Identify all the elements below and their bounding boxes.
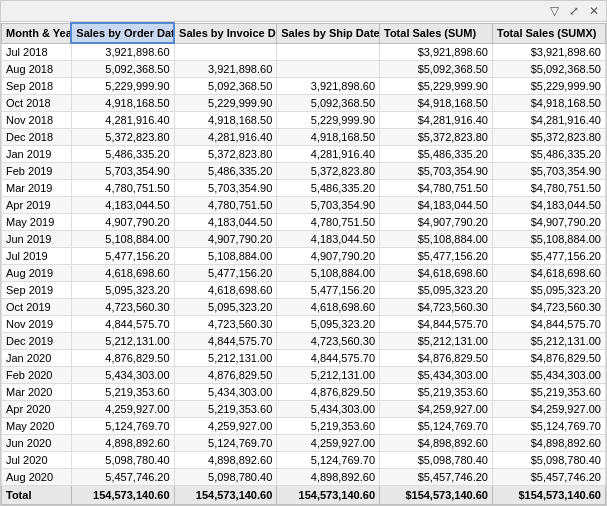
col-order-label: Sales by Order Date xyxy=(76,27,174,39)
table-row: Aug 20194,618,698.605,477,156.205,108,88… xyxy=(2,265,606,282)
table-row: Nov 20184,281,916.404,918,168.505,229,99… xyxy=(2,112,606,129)
table-row: Sep 20185,229,999.905,092,368.503,921,89… xyxy=(2,78,606,95)
table-row: Oct 20184,918,168.505,229,999.905,092,36… xyxy=(2,95,606,112)
table-row: Jan 20204,876,829.505,212,131.004,844,57… xyxy=(2,350,606,367)
col-invoice-label: Sales by Invoice Date xyxy=(179,27,277,39)
col-header-month[interactable]: Month & Year ▼ xyxy=(2,23,72,43)
col-header-total-sum[interactable]: Total Sales (SUM) xyxy=(380,23,493,43)
table-row: Jun 20204,898,892.605,124,769.704,259,92… xyxy=(2,435,606,452)
table-row: Feb 20195,703,354.905,486,335.205,372,82… xyxy=(2,163,606,180)
table-row: Oct 20194,723,560.305,095,323.204,618,69… xyxy=(2,299,606,316)
footer-total-sumx: $154,573,140.60 xyxy=(492,486,605,505)
expand-icon[interactable]: ⤢ xyxy=(566,3,582,19)
data-table: Month & Year ▼ Sales by Order Date ▼ Sal… xyxy=(1,22,606,505)
footer-label: Total xyxy=(2,486,72,505)
table-row: Jan 20195,486,335.205,372,823.804,281,91… xyxy=(2,146,606,163)
table-row: Jul 20205,098,780.404,898,892.605,124,76… xyxy=(2,452,606,469)
close-icon[interactable]: ✕ xyxy=(586,3,602,19)
table-wrapper: Month & Year ▼ Sales by Order Date ▼ Sal… xyxy=(1,22,606,505)
main-container: ▽ ⤢ ✕ Month & Year ▼ Sales by Order Date… xyxy=(0,0,607,506)
col-total-sum-label: Total Sales (SUM) xyxy=(384,27,476,39)
col-header-order[interactable]: Sales by Order Date ▼ xyxy=(71,23,174,43)
table-row: Mar 20194,780,751.505,703,354.905,486,33… xyxy=(2,180,606,197)
table-row: May 20205,124,769.704,259,927.005,219,35… xyxy=(2,418,606,435)
table-row: Jul 20183,921,898.60$3,921,898.60$3,921,… xyxy=(2,43,606,61)
table-row: Nov 20194,844,575.704,723,560.305,095,32… xyxy=(2,316,606,333)
col-total-sumx-label: Total Sales (SUMX) xyxy=(497,27,596,39)
table-row: Jul 20195,477,156.205,108,884.004,907,79… xyxy=(2,248,606,265)
footer-invoice: 154,573,140.60 xyxy=(174,486,277,505)
footer-row: Total 154,573,140.60 154,573,140.60 154,… xyxy=(2,486,606,505)
col-header-total-sumx[interactable]: Total Sales (SUMX) xyxy=(492,23,605,43)
table-row: Mar 20205,219,353.605,434,303.004,876,82… xyxy=(2,384,606,401)
table-row: Feb 20205,434,303.004,876,829.505,212,13… xyxy=(2,367,606,384)
table-row: Apr 20194,183,044.504,780,751.505,703,35… xyxy=(2,197,606,214)
col-month-label: Month & Year xyxy=(6,27,71,39)
table-row: Aug 20185,092,368.503,921,898.60$5,092,3… xyxy=(2,61,606,78)
table-row: Sep 20195,095,323.204,618,698.605,477,15… xyxy=(2,282,606,299)
table-row: May 20194,907,790.204,183,044.504,780,75… xyxy=(2,214,606,231)
col-ship-label: Sales by Ship Date xyxy=(281,27,379,39)
header-row: Month & Year ▼ Sales by Order Date ▼ Sal… xyxy=(2,23,606,43)
table-row: Apr 20204,259,927.005,219,353.605,434,30… xyxy=(2,401,606,418)
col-header-ship[interactable]: Sales by Ship Date xyxy=(277,23,380,43)
toolbar: ▽ ⤢ ✕ xyxy=(1,1,606,22)
footer-total-sum: $154,573,140.60 xyxy=(380,486,493,505)
table-row: Dec 20195,212,131.004,844,575.704,723,56… xyxy=(2,333,606,350)
table-row: Dec 20185,372,823.804,281,916.404,918,16… xyxy=(2,129,606,146)
table-row: Aug 20205,457,746.205,098,780.404,898,89… xyxy=(2,469,606,486)
table-row: Jun 20195,108,884.004,907,790.204,183,04… xyxy=(2,231,606,248)
col-header-invoice[interactable]: Sales by Invoice Date xyxy=(174,23,277,43)
footer-ship: 154,573,140.60 xyxy=(277,486,380,505)
footer-order: 154,573,140.60 xyxy=(71,486,174,505)
filter-icon[interactable]: ▽ xyxy=(546,3,562,19)
